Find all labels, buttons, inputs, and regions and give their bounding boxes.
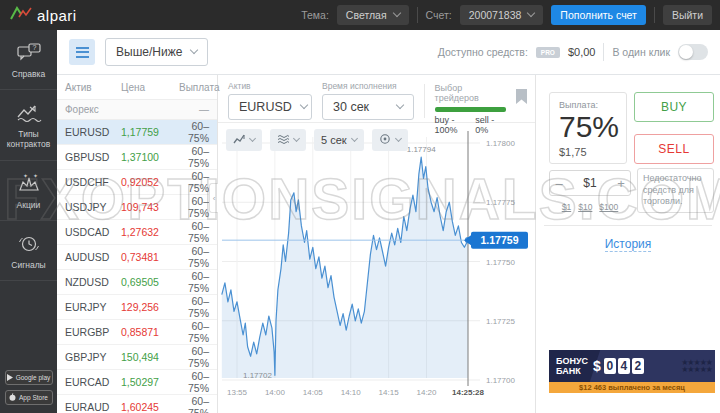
expiry-select-value: 30 сек (333, 100, 369, 114)
asset-symbol: EURJPY (65, 301, 121, 313)
google-play-badge[interactable]: Google play (5, 370, 53, 385)
asset-row-nzdusd[interactable]: NZDUSD0,6950560–75% (57, 270, 217, 295)
buy-button[interactable]: BUY (634, 92, 714, 122)
expiry-select[interactable]: 30 сек (322, 94, 414, 120)
account-number: 200071838 (469, 9, 522, 21)
banner-title: БОНУС БАНК (549, 356, 593, 377)
dollar-sign: $ (593, 358, 601, 374)
asset-symbol: GBPJPY (65, 351, 121, 363)
sidebar-item-contract-types[interactable]: Типы контрактов (0, 90, 57, 160)
asset-row-eurcad[interactable]: EURCAD1,5029760–75% (57, 370, 217, 395)
bonus-bank-banner[interactable]: БОНУС БАНК $ 0 4 2 ★★★★★ ★★★ (549, 350, 715, 393)
asset-row-eurusd[interactable]: EURUSD1,1775960–75% (57, 120, 217, 145)
amount-decrease-button[interactable]: – (550, 171, 568, 195)
deposit-button[interactable]: Пополнить счет (551, 5, 646, 25)
app-header: alpari Тема: Светлая Счет: 200071838 Поп… (0, 0, 720, 30)
quick-amount-1[interactable]: $1 (562, 202, 571, 212)
asset-row-gbpusd[interactable]: GBPUSD1,3710060–75% (57, 145, 217, 170)
chart-panel: Актив EURUSD Время исполнения 30 сек (218, 75, 535, 413)
svg-text:1.17775: 1.17775 (486, 198, 515, 207)
svg-text:13:55: 13:55 (227, 388, 248, 397)
asset-row-audusd[interactable]: AUDUSD0,7348160–75% (57, 245, 217, 270)
svg-text:1.17794: 1.17794 (407, 145, 436, 154)
theme-select[interactable]: Светлая (337, 5, 409, 25)
asset-payout: 60–75% (179, 395, 209, 413)
logo[interactable]: alpari (10, 5, 77, 25)
asset-group-forex[interactable]: Форекс — (57, 100, 217, 120)
sidebar-item-signals[interactable]: Сигналы (0, 221, 57, 281)
amount-stepper: – $1 + (549, 170, 631, 196)
help-icon: ? (3, 41, 54, 65)
svg-text:14:15: 14:15 (379, 388, 400, 397)
toolbar-divider (603, 43, 604, 61)
promotions-icon: ✦ ✦ (3, 172, 54, 196)
timeframe-value: 5 сек (321, 134, 347, 146)
account-label: Счет: (426, 9, 452, 21)
indicators-select[interactable] (270, 129, 306, 151)
asset-symbol: EURAUD (65, 401, 121, 413)
asset-payout: 60–75% (179, 295, 209, 319)
sell-button[interactable]: SELL (634, 134, 714, 164)
price-chart: 1.177941.177021.178001.177751.177501.177… (218, 123, 535, 413)
signals-icon (3, 232, 54, 256)
store-badge-label: App Store (19, 394, 48, 401)
asset-row-usdjpy[interactable]: USDJPY109,74360–75% (57, 195, 217, 220)
asset-price: 1,60245 (121, 401, 179, 413)
asset-symbol: NZDUSD (65, 276, 121, 288)
settings-icon (379, 133, 391, 147)
col-asset: Актив (65, 82, 121, 93)
amount-increase-button[interactable]: + (612, 171, 630, 195)
theme-label: Тема: (301, 9, 329, 21)
asset-payout: 60–75% (179, 245, 209, 269)
store-badge-label: Google play (16, 374, 51, 381)
quick-amount-10[interactable]: $10 (578, 202, 592, 212)
svg-text:14:00: 14:00 (265, 388, 286, 397)
quick-amount-100[interactable]: $100 (599, 202, 618, 212)
chart-settings-select[interactable] (372, 129, 408, 151)
funds-value: $0,00 (568, 46, 596, 58)
collapse-assets-icon[interactable]: ‹ (209, 183, 218, 213)
asset-row-eurgbp[interactable]: EURGBP0,8587160–75% (57, 320, 217, 345)
group-label: Форекс (65, 104, 99, 115)
app-store-badge[interactable]: App Store (5, 390, 53, 405)
svg-text:1.17725: 1.17725 (486, 317, 515, 326)
asset-row-usdchf[interactable]: USDCHF0,9205260–75% (57, 170, 217, 195)
bookmark-icon[interactable] (516, 89, 527, 107)
svg-text:14:10: 14:10 (341, 388, 362, 397)
account-select[interactable]: 200071838 (460, 5, 544, 25)
asset-payout: 60–75% (179, 170, 209, 194)
asset-row-eurjpy[interactable]: EURJPY129,25660–75% (57, 295, 217, 320)
chart-type-select[interactable] (226, 129, 262, 151)
svg-text:✦: ✦ (23, 173, 28, 179)
traders-choice-bar (435, 107, 506, 112)
contract-type-select[interactable]: Выше/Ниже (105, 38, 208, 66)
asset-payout: 60–75% (179, 270, 209, 294)
funds-badge: PRO (536, 47, 560, 58)
google-play-icon (7, 374, 13, 382)
asset-payout: 60–75% (179, 120, 209, 144)
asset-price: 1,50297 (121, 376, 179, 388)
trade-panel: Выплата: 75% $1,75 BUY SELL – $1 + $1 $1… (535, 75, 720, 413)
timeframe-select[interactable]: 5 сек (314, 129, 364, 151)
asset-price: 0,69505 (121, 276, 179, 288)
sidebar-item-help[interactable]: ? Справка (0, 30, 57, 90)
asset-symbol: AUDUSD (65, 251, 121, 263)
sidebar-item-promotions[interactable]: ✦ ✦ Акции (0, 161, 57, 221)
asset-symbol: EURCAD (65, 376, 121, 388)
asset-row-usdcad[interactable]: USDCAD1,2763260–75% (57, 220, 217, 245)
asset-select[interactable]: EURUSD (228, 94, 312, 120)
asset-row-gbpjpy[interactable]: GBPJPY150,49460–75% (57, 345, 217, 370)
asset-symbol: EURGBP (65, 326, 121, 338)
asset-payout: 60–75% (179, 195, 209, 219)
history-link[interactable]: История (605, 237, 652, 252)
asset-select-value: EURUSD (239, 100, 292, 114)
alpari-logo-icon (10, 5, 32, 25)
payout-amount: $1,75 (559, 146, 617, 158)
one-click-toggle[interactable] (678, 44, 708, 60)
menu-button[interactable] (69, 39, 95, 65)
svg-text:?: ? (32, 44, 36, 51)
asset-row-euraud[interactable]: EURAUD1,6024560–75% (57, 395, 217, 413)
logout-button[interactable]: Выйти (663, 5, 712, 25)
contract-types-icon (3, 101, 54, 125)
asset-payout: 60–75% (179, 220, 209, 244)
